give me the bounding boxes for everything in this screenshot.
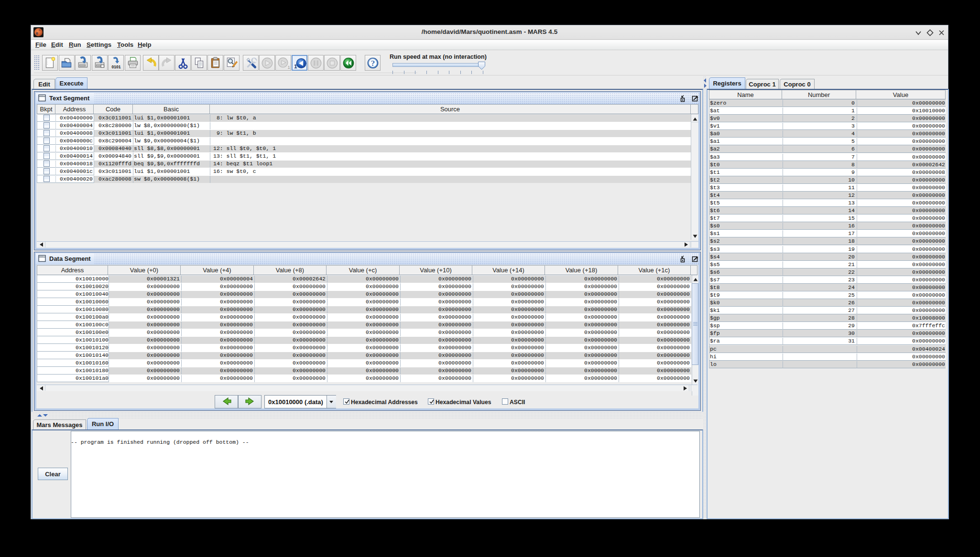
svg-text:0101: 0101 xyxy=(111,64,120,69)
svg-text:?: ? xyxy=(371,59,375,68)
svg-text:1: 1 xyxy=(287,64,290,70)
svg-text:1: 1 xyxy=(294,63,297,70)
